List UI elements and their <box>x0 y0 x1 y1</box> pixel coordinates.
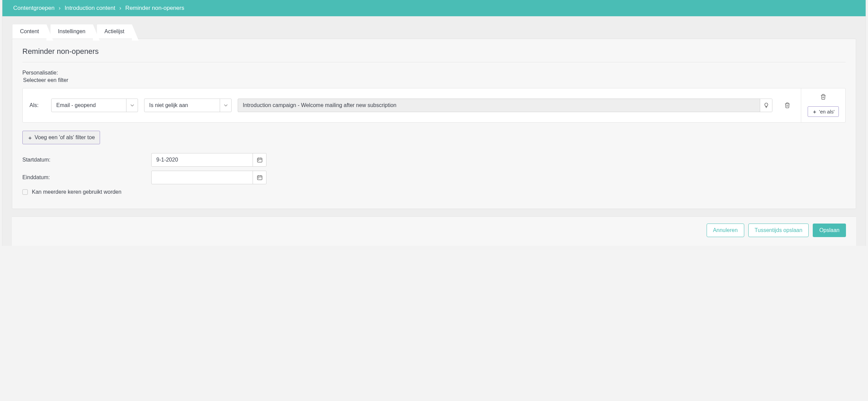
filter-group-side: ＋ 'en als' <box>801 88 845 122</box>
plus-icon: ＋ <box>812 109 817 114</box>
add-and-filter-button[interactable]: ＋ 'en als' <box>808 106 839 117</box>
calendar-icon[interactable] <box>253 153 266 166</box>
lightbulb-icon[interactable] <box>760 99 772 112</box>
svg-rect-5 <box>257 176 262 180</box>
page-title: Reminder non-openers <box>22 47 846 62</box>
filter-value-field <box>238 99 772 112</box>
start-date-input[interactable] <box>152 153 253 166</box>
chevron-down-icon[interactable] <box>220 99 231 112</box>
svg-rect-9 <box>258 178 259 178</box>
filter-group: Als: Email - geopend Is niet gelijk aan <box>22 88 846 123</box>
calendar-icon[interactable] <box>253 171 266 184</box>
plus-icon: ＋ <box>27 135 33 140</box>
tab-content[interactable]: Content <box>13 24 46 39</box>
chevron-down-icon[interactable] <box>126 99 138 112</box>
end-date-input[interactable] <box>152 171 253 184</box>
tab-instellingen[interactable]: Instellingen <box>51 24 93 39</box>
save-button[interactable]: Opslaan <box>813 224 846 237</box>
end-date-label: Einddatum: <box>22 174 151 181</box>
start-date-field <box>151 153 267 167</box>
save-draft-button[interactable]: Tussentijds opslaan <box>748 224 809 237</box>
breadcrumb-item[interactable]: Introduction content <box>65 5 115 12</box>
delete-rule-button[interactable] <box>781 102 794 108</box>
reuse-label: Kan meerdere keren gebruikt worden <box>32 189 121 195</box>
filter-sub-label: Selecteer een filter <box>23 77 846 83</box>
filter-value-input[interactable] <box>238 99 760 112</box>
svg-rect-0 <box>257 158 262 162</box>
filter-operator-select[interactable]: Is niet gelijk aan <box>144 99 232 112</box>
start-date-label: Startdatum: <box>22 157 151 163</box>
action-bar: Annuleren Tussentijds opslaan Opslaan <box>12 216 856 246</box>
tab-actielijst[interactable]: Actielijst <box>97 24 132 39</box>
add-or-label: Voeg een 'of als' filter toe <box>35 134 95 141</box>
filter-field-value: Email - geopend <box>52 99 126 112</box>
chevron-right-icon: › <box>59 5 61 12</box>
breadcrumb-current: Reminder non-openers <box>125 5 184 12</box>
delete-group-button[interactable] <box>820 94 826 101</box>
breadcrumb: Contentgroepen › Introduction content › … <box>2 0 866 16</box>
filter-row: Als: Email - geopend Is niet gelijk aan <box>23 88 801 122</box>
end-date-field <box>151 171 267 184</box>
add-and-label: 'en als' <box>819 109 835 114</box>
svg-rect-4 <box>258 160 259 161</box>
tab-list: Content Instellingen Actielijst <box>13 24 856 39</box>
chevron-right-icon: › <box>119 5 121 12</box>
reuse-checkbox[interactable] <box>22 189 28 195</box>
breadcrumb-item[interactable]: Contentgroepen <box>13 5 55 12</box>
filter-prefix: Als: <box>29 102 45 108</box>
add-or-filter-button[interactable]: ＋ Voeg een 'of als' filter toe <box>22 131 100 144</box>
cancel-button[interactable]: Annuleren <box>707 224 744 237</box>
filter-field-select[interactable]: Email - geopend <box>51 99 138 112</box>
filter-operator-value: Is niet gelijk aan <box>144 99 220 112</box>
personalisation-label: Personalisatie: <box>22 70 846 76</box>
